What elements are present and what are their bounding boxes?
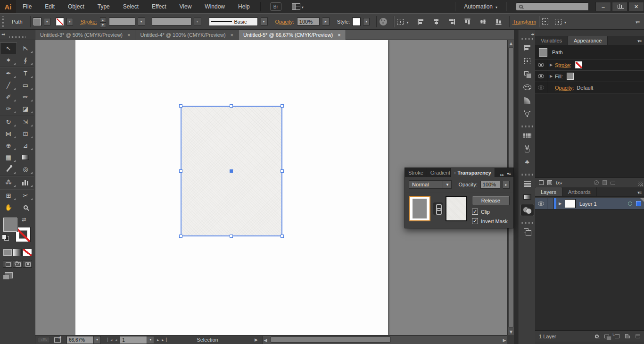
pen-tool[interactable]: ✒ bbox=[0, 67, 17, 79]
opacity-field[interactable]: 100% bbox=[480, 181, 500, 189]
delete-item-icon[interactable] bbox=[611, 181, 615, 185]
stroke-weight-field[interactable] bbox=[109, 17, 135, 25]
locate-object-icon[interactable] bbox=[595, 335, 599, 338]
paintbrush-tool[interactable]: ✐ bbox=[0, 91, 17, 103]
swap-fill-stroke-icon[interactable]: ⇄ bbox=[22, 217, 26, 223]
clip-option[interactable]: Clip bbox=[472, 209, 510, 215]
symbol-sprayer-tool[interactable]: ⁂ bbox=[0, 176, 17, 188]
panel-grip[interactable] bbox=[521, 174, 533, 176]
layer-row[interactable]: ▶ Layer 1 bbox=[535, 198, 644, 210]
clip-checkbox[interactable] bbox=[472, 209, 478, 215]
draw-inside-icon[interactable] bbox=[23, 260, 32, 268]
color-button[interactable] bbox=[3, 249, 12, 256]
zoom-level-field[interactable]: 66,67% bbox=[66, 336, 94, 344]
panel-grip[interactable] bbox=[521, 38, 533, 40]
isolate-object-icon[interactable] bbox=[555, 19, 561, 25]
symbols-panel-icon[interactable]: ♣ bbox=[520, 156, 534, 168]
expand-panels-icon[interactable] bbox=[531, 31, 534, 36]
appearance-stroke-row[interactable]: ▶ Stroke: bbox=[535, 59, 644, 71]
transform-panel-icon[interactable] bbox=[520, 55, 534, 67]
arrange-documents-button[interactable] bbox=[292, 3, 304, 10]
zoom-dropdown[interactable] bbox=[94, 336, 101, 344]
scale-tool[interactable]: ⇲ bbox=[17, 116, 34, 128]
fill-gray-swatch[interactable] bbox=[567, 73, 574, 80]
menu-type[interactable]: Type bbox=[91, 0, 116, 13]
stepper-up-icon[interactable] bbox=[100, 17, 106, 23]
lasso-tool[interactable]: ∮ bbox=[17, 54, 34, 66]
rectangle-tool[interactable]: ▭ bbox=[17, 79, 34, 91]
opacity-field[interactable]: 100% bbox=[297, 17, 320, 25]
artboard-dropdown[interactable] bbox=[147, 336, 154, 344]
opacity-stepper[interactable] bbox=[503, 181, 510, 189]
pencil-tool[interactable]: ✏ bbox=[17, 91, 34, 103]
tab-stroke[interactable]: Stroke bbox=[405, 168, 427, 177]
tab-variables[interactable]: Variables bbox=[535, 36, 568, 45]
width-tool[interactable]: ⋈ bbox=[0, 128, 17, 140]
artboards-panel-icon[interactable] bbox=[520, 226, 534, 238]
tab-appearance[interactable]: Appearance bbox=[568, 36, 608, 45]
document-tab[interactable]: Untitled-4* @ 100% (CMYK/Preview) bbox=[135, 30, 239, 40]
selection-handle[interactable] bbox=[230, 235, 233, 238]
add-effect-icon[interactable]: fx bbox=[556, 180, 562, 185]
close-tab-icon[interactable] bbox=[127, 32, 130, 38]
scrollbar-thumb[interactable] bbox=[271, 336, 391, 343]
tab-layers[interactable]: Layers bbox=[535, 187, 562, 196]
layer-lock-cell[interactable] bbox=[547, 198, 554, 209]
scroll-up-icon[interactable]: ▲ bbox=[508, 40, 514, 47]
eraser-tool[interactable]: ◪ bbox=[17, 103, 34, 115]
fill-swatch[interactable] bbox=[3, 218, 17, 232]
blob-brush-tool[interactable]: ✑ bbox=[0, 103, 17, 115]
mesh-tool[interactable]: ▦ bbox=[0, 151, 17, 163]
scroll-right-icon[interactable]: ▶ bbox=[502, 338, 507, 343]
new-layer-icon[interactable] bbox=[625, 334, 630, 338]
panel-menu-icon[interactable] bbox=[506, 170, 513, 177]
align-bottom-icon[interactable] bbox=[496, 18, 502, 25]
new-sublayer-icon[interactable] bbox=[615, 334, 619, 338]
clear-appearance-icon[interactable] bbox=[594, 180, 599, 185]
make-clipping-mask-icon[interactable] bbox=[604, 335, 609, 338]
panel-grip[interactable] bbox=[521, 222, 533, 224]
delete-layer-icon[interactable] bbox=[636, 334, 640, 338]
new-fill-icon[interactable] bbox=[547, 180, 552, 185]
line-segment-tool[interactable]: ╱ bbox=[0, 79, 17, 91]
type-tool[interactable]: T bbox=[17, 67, 34, 79]
align-center-icon[interactable] bbox=[433, 19, 439, 25]
opacity-panel-link[interactable]: Opacity: bbox=[275, 19, 294, 25]
align-panel-icon[interactable] bbox=[520, 42, 534, 54]
selection-handle[interactable] bbox=[179, 235, 182, 238]
document-tab-active[interactable]: Untitled-5* @ 66,67% (CMYK/Preview) bbox=[239, 30, 346, 40]
scroll-left-icon[interactable]: ◀ bbox=[263, 338, 268, 343]
tab-gradient[interactable]: Gradient bbox=[427, 168, 451, 177]
brush-definition-dropdown[interactable] bbox=[261, 17, 268, 25]
selection-handle[interactable] bbox=[230, 104, 233, 108]
panel-grip[interactable] bbox=[9, 36, 25, 38]
release-button[interactable]: Release bbox=[472, 196, 510, 205]
expand-icon[interactable]: ▶ bbox=[547, 74, 555, 78]
stroke-color-swatch[interactable] bbox=[56, 18, 64, 25]
new-stroke-icon[interactable] bbox=[539, 180, 544, 185]
selection-tool[interactable]: ↖ bbox=[0, 42, 17, 54]
pathfinder-panel-icon[interactable] bbox=[520, 68, 534, 80]
align-right-icon[interactable] bbox=[449, 19, 455, 25]
selection-handle[interactable] bbox=[281, 104, 284, 108]
first-artboard-icon[interactable]: ▏◂ bbox=[107, 338, 112, 342]
close-button[interactable]: ✕ bbox=[628, 2, 644, 11]
panel-grip[interactable] bbox=[2, 17, 4, 27]
previous-artboard-icon[interactable]: ◂ bbox=[115, 338, 117, 342]
eyedropper-tool[interactable] bbox=[0, 163, 17, 175]
bridge-button[interactable]: Br bbox=[270, 2, 281, 11]
panel-grip[interactable] bbox=[521, 126, 533, 127]
selection-handle[interactable] bbox=[179, 104, 182, 108]
zoom-tool[interactable] bbox=[17, 201, 34, 213]
layer-name[interactable]: Layer 1 bbox=[579, 201, 628, 207]
layer-expand-icon[interactable]: ▶ bbox=[556, 201, 564, 206]
invert-mask-option[interactable]: Invert Mask bbox=[472, 218, 510, 224]
menu-file[interactable]: File bbox=[16, 0, 38, 13]
width-profile-dropdown[interactable] bbox=[194, 17, 201, 25]
stroke-weight-stepper[interactable] bbox=[100, 17, 106, 26]
expand-panel-icon[interactable]: ▸▸ bbox=[498, 173, 506, 177]
share-icon[interactable] bbox=[54, 337, 61, 343]
gradient-button[interactable] bbox=[13, 249, 22, 256]
next-artboard-icon[interactable]: ▸ bbox=[157, 338, 159, 342]
column-graph-tool[interactable] bbox=[17, 176, 34, 188]
